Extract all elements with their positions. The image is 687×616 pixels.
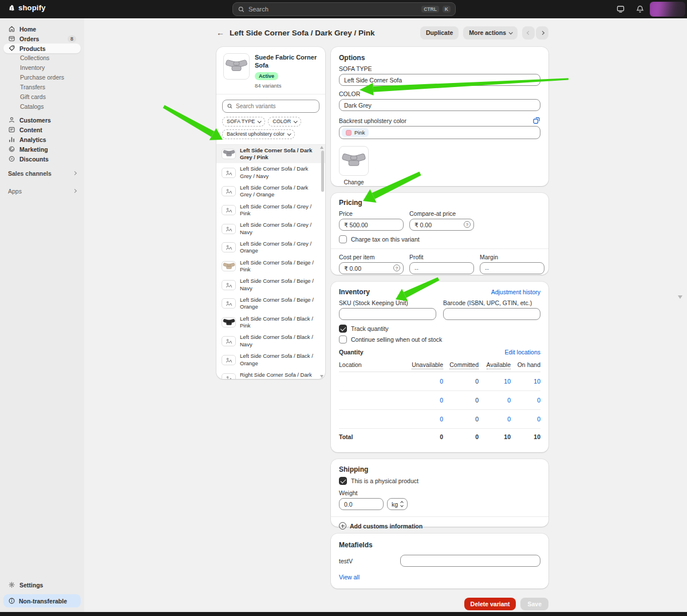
track-quantity-checkbox[interactable] [339, 325, 347, 333]
metafield-connection-icon[interactable] [533, 117, 540, 124]
sidebar-item-analytics[interactable]: Analytics [3, 135, 81, 144]
variant-row[interactable]: Left Side Corner Sofa / Beige / Navy [216, 275, 325, 294]
variant-label: Left Side Corner Sofa / Beige / Orange [240, 297, 320, 311]
product-thumbnail[interactable] [223, 53, 250, 80]
variant-row[interactable]: Left Side Corner Sofa / Black / Navy [216, 331, 325, 350]
variant-label: Left Side Corner Sofa / Black / Navy [240, 334, 320, 348]
color-input[interactable] [339, 99, 540, 111]
variant-search[interactable] [222, 100, 319, 113]
image-placeholder-icon [222, 242, 236, 252]
product-title[interactable]: Suede Fabric Corner Sofa [255, 53, 318, 70]
kbd-k: K [443, 6, 451, 13]
variant-row[interactable]: Left Side Corner Sofa / Dark Grey / Navy [216, 163, 325, 182]
variant-search-input[interactable] [236, 103, 315, 109]
sidebar-group-apps[interactable]: Apps [3, 186, 81, 196]
weight-unit-select[interactable]: kg [387, 498, 408, 510]
storefront-icon[interactable] [616, 5, 625, 14]
filter-sofa-type[interactable]: SOFA TYPE [222, 117, 265, 127]
variant-label: Left Side Corner Sofa / Beige / Pink [240, 259, 320, 274]
back-arrow-button[interactable]: ← [216, 29, 224, 37]
sidebar-item-inventory[interactable]: Inventory [3, 63, 81, 73]
margin-input[interactable] [480, 262, 544, 274]
barcode-input[interactable] [443, 308, 540, 320]
pricing-card: Pricing Price Compare-at price ? Charge … [331, 193, 548, 275]
pink-value-chip[interactable]: Pink [342, 128, 369, 137]
variant-row[interactable]: Left Side Corner Sofa / Black / Pink [216, 313, 325, 332]
sidebar-item-catalogs[interactable]: Catalogs [3, 102, 81, 112]
sidebar-item-content[interactable]: Content [3, 125, 81, 135]
sku-input[interactable] [339, 308, 436, 320]
next-variant-button[interactable] [536, 26, 548, 40]
committed-value: 0 [443, 397, 479, 404]
variant-row[interactable]: Left Side Corner Sofa / Beige / Orange [216, 294, 325, 313]
user-avatar[interactable] [650, 2, 685, 17]
more-actions-button[interactable]: More actions [463, 26, 518, 40]
metafield-value-input[interactable] [400, 555, 540, 567]
physical-product-checkbox[interactable] [339, 477, 347, 485]
sidebar-item-discounts[interactable]: Discounts [3, 154, 81, 164]
on-hand-value[interactable]: 0 [537, 397, 540, 404]
sidebar-item-customers[interactable]: Customers [3, 115, 81, 125]
color-label: COLOR [339, 90, 540, 97]
help-icon[interactable]: ? [464, 221, 471, 228]
scroll-up-icon[interactable] [320, 146, 323, 149]
price-input[interactable] [339, 219, 404, 231]
backrest-color-input[interactable]: Pink [339, 126, 540, 139]
sidebar-item-marketing[interactable]: Marketing [3, 144, 81, 154]
variant-row[interactable]: Left Side Corner Sofa / Dark Grey / Oran… [216, 182, 325, 201]
sidebar-item-settings[interactable]: Settings [3, 580, 81, 590]
col-available[interactable]: Available [487, 361, 511, 369]
variant-row[interactable]: Left Side Corner Sofa / Black / Orange [216, 350, 325, 369]
chevron-right-icon [73, 171, 77, 175]
charge-tax-checkbox[interactable] [339, 235, 347, 243]
add-customs-button[interactable]: Add customs information [339, 522, 540, 530]
available-value[interactable]: 10 [504, 378, 511, 385]
save-button[interactable]: Save [520, 598, 548, 610]
sidebar-label: Orders [19, 35, 39, 42]
edit-locations-link[interactable]: Edit locations [505, 349, 540, 356]
variant-image-thumbnail[interactable] [339, 146, 369, 176]
adjustment-history-link[interactable]: Adjustment history [491, 289, 540, 295]
sidebar-item-orders[interactable]: Orders 8 [3, 34, 81, 44]
scrollbar-thumb[interactable] [321, 151, 324, 192]
duplicate-button[interactable]: Duplicate [420, 26, 459, 40]
customers-icon [8, 116, 15, 124]
col-unavailable[interactable]: Unavailable [412, 361, 443, 369]
sidebar-item-collections[interactable]: Collections [3, 53, 81, 63]
profit-input[interactable] [409, 262, 474, 274]
delete-variant-button[interactable]: Delete variant [464, 598, 516, 610]
filter-backrest-color[interactable]: Backrest upholstery color [222, 129, 295, 139]
page-scroll-down-icon[interactable] [678, 295, 682, 299]
change-image-button[interactable]: Change [339, 179, 369, 185]
sidebar-item-gift-cards[interactable]: Gift cards [3, 92, 81, 102]
notifications-bell-icon[interactable] [635, 5, 645, 14]
sidebar-item-transfers[interactable]: Transfers [3, 82, 81, 92]
chevron-down-icon [287, 132, 291, 136]
sidebar-item-purchase-orders[interactable]: Purchase orders [3, 73, 81, 82]
filter-color[interactable]: COLOR [268, 117, 301, 127]
previous-variant-button[interactable] [522, 26, 535, 40]
view-all-metafields-link[interactable]: View all [339, 574, 360, 581]
global-search-input[interactable] [248, 6, 418, 13]
sidebar-item-products[interactable]: Products [3, 44, 81, 53]
variant-row[interactable]: Left Side Corner Sofa / Grey / Orange [216, 238, 325, 257]
shopify-logo[interactable]: shopify [8, 3, 46, 12]
scroll-down-icon[interactable] [320, 375, 323, 378]
col-committed[interactable]: Committed [449, 361, 479, 369]
weight-input[interactable] [339, 498, 384, 510]
plan-badge[interactable]: Non-transferable [3, 594, 81, 607]
help-icon[interactable]: ? [393, 264, 400, 271]
continue-selling-checkbox[interactable] [339, 335, 347, 343]
on-hand-value[interactable]: 0 [537, 416, 540, 422]
variant-row[interactable]: Left Side Corner Sofa / Grey / Navy [216, 219, 325, 238]
on-hand-value[interactable]: 10 [534, 378, 540, 385]
global-search[interactable]: CTRL K [232, 2, 456, 16]
sofa-type-input[interactable] [339, 74, 540, 86]
info-icon [8, 597, 15, 605]
variant-row-selected[interactable]: Left Side Corner Sofa / Dark Grey / Pink [216, 145, 325, 164]
sidebar-item-home[interactable]: Home [3, 24, 81, 34]
variant-row[interactable]: Right Side Corner Sofa / Dark Grey / Pin… [216, 369, 325, 379]
variant-row[interactable]: Left Side Corner Sofa / Grey / Pink [216, 201, 325, 220]
variant-row[interactable]: Left Side Corner Sofa / Beige / Pink [216, 257, 325, 276]
sidebar-group-sales-channels[interactable]: Sales channels [3, 168, 81, 178]
